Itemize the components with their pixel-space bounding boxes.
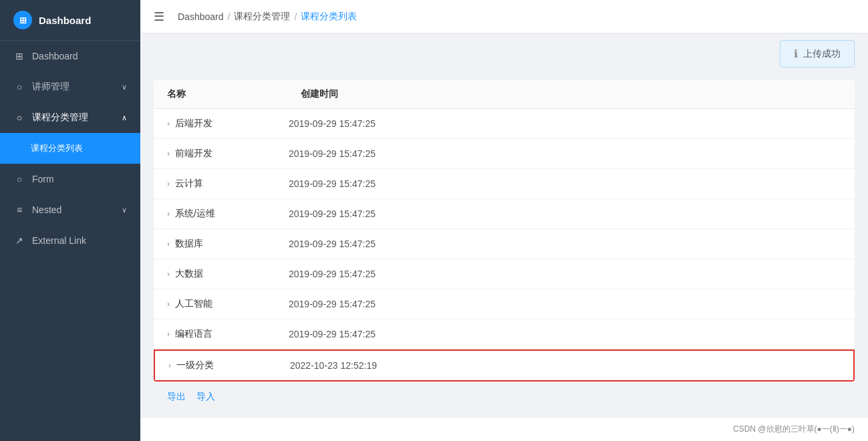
chevron-up-icon: ∧: [122, 114, 127, 122]
chevron-down-icon: ∨: [122, 83, 127, 92]
info-icon: ℹ: [794, 47, 798, 60]
dashboard-icon: ⊞: [13, 50, 25, 62]
breadcrumb-current: 课程分类列表: [301, 11, 357, 23]
table-header: 名称 创建时间: [154, 80, 855, 109]
table-row[interactable]: › 云计算 2019-09-29 15:47:25: [154, 169, 855, 199]
row-name-text: 一级分类: [176, 359, 214, 372]
table-row[interactable]: › 大数据 2019-09-29 15:47:25: [154, 259, 855, 289]
sidebar-item-form[interactable]: ○ Form: [0, 164, 140, 194]
main-content: ☰ Dashboard / 课程分类管理 / 课程分类列表 ℹ 上传成功 名称 …: [140, 0, 868, 441]
table-row[interactable]: › 前端开发 2019-09-29 15:47:25: [154, 139, 855, 169]
row-name-text: 人工智能: [175, 298, 212, 310]
topbar: ☰ Dashboard / 课程分类管理 / 课程分类列表: [140, 0, 868, 33]
row-date: 2019-09-29 15:47:25: [289, 178, 841, 189]
sidebar-item-label: 课程分类管理: [32, 112, 88, 124]
row-name-text: 后端开发: [175, 118, 212, 130]
breadcrumb-sep-2: /: [294, 11, 297, 22]
sidebar-sub-course-cat: 课程分类列表: [0, 133, 140, 164]
sidebar-item-course-cat-list[interactable]: 课程分类列表: [0, 133, 140, 164]
sidebar-item-teacher[interactable]: ○ 讲师管理 ∨: [0, 71, 140, 102]
row-name-text: 云计算: [175, 178, 203, 190]
sidebar-item-label: Dashboard: [32, 51, 78, 61]
sidebar-item-label: 课程分类列表: [31, 142, 83, 154]
col-header-name: 名称: [167, 88, 301, 100]
expand-icon[interactable]: ›: [168, 361, 171, 370]
expand-icon[interactable]: ›: [167, 149, 170, 158]
external-link-icon: ↗: [13, 235, 25, 247]
row-name: › 编程语言: [167, 328, 289, 340]
import-button[interactable]: 导入: [196, 391, 215, 403]
table-row[interactable]: › 后端开发 2019-09-29 15:47:25: [154, 109, 855, 139]
category-table: 名称 创建时间 › 后端开发 2019-09-29 15:47:25 › 前端开…: [154, 80, 855, 382]
row-name: › 大数据: [167, 268, 289, 280]
sidebar-item-label: Nested: [32, 204, 61, 215]
sidebar-logo-title: Dashboard: [39, 15, 91, 26]
course-cat-icon: ○: [13, 112, 25, 124]
row-date: 2019-09-29 15:47:25: [289, 118, 841, 129]
row-name-text: 前端开发: [175, 148, 212, 160]
sidebar-item-course-cat[interactable]: ○ 课程分类管理 ∧: [0, 102, 140, 133]
content-area: ℹ 上传成功 名称 创建时间 › 后端开发 2019-09-29 15:47:2…: [140, 33, 868, 417]
expand-icon[interactable]: ›: [167, 269, 170, 279]
row-date: 2022-10-23 12:52:19: [290, 360, 840, 371]
sidebar-item-label: External Link: [32, 235, 86, 246]
row-date: 2019-09-29 15:47:25: [289, 148, 841, 159]
sidebar: ⊞ Dashboard ⊞ Dashboard ○ 讲师管理 ∨ ○ 课程分类管…: [0, 0, 140, 441]
row-name-text: 编程语言: [175, 328, 212, 340]
sidebar-item-dashboard[interactable]: ⊞ Dashboard: [0, 41, 140, 71]
sidebar-item-label: Form: [32, 174, 54, 184]
row-name: › 系统/运维: [167, 208, 289, 220]
breadcrumb-home[interactable]: Dashboard: [178, 11, 224, 22]
expand-icon[interactable]: ›: [167, 299, 170, 309]
bottom-bar-text: CSDN @欣慰的三叶草(●一(Ⅱ)一●): [733, 424, 855, 435]
notification-message: 上传成功: [803, 48, 841, 60]
table-row-highlighted[interactable]: › 一级分类 2022-10-23 12:52:19: [154, 349, 855, 382]
nested-icon: ≡: [13, 204, 25, 216]
expand-icon[interactable]: ›: [167, 329, 170, 339]
breadcrumb: Dashboard / 课程分类管理 / 课程分类列表: [178, 11, 357, 23]
chevron-down-icon: ∨: [122, 206, 127, 214]
breadcrumb-sep-1: /: [228, 11, 231, 22]
teacher-icon: ○: [13, 81, 25, 93]
row-date: 2019-09-29 15:47:25: [289, 208, 841, 219]
row-date: 2019-09-29 15:47:25: [289, 239, 841, 249]
form-icon: ○: [13, 173, 25, 185]
row-name: › 后端开发: [167, 118, 289, 130]
expand-icon[interactable]: ›: [167, 209, 170, 218]
sidebar-item-nested[interactable]: ≡ Nested ∨: [0, 194, 140, 225]
row-name: › 云计算: [167, 178, 289, 190]
expand-icon[interactable]: ›: [167, 239, 170, 249]
row-name: › 人工智能: [167, 298, 289, 310]
row-name: › 前端开发: [167, 148, 289, 160]
expand-icon[interactable]: ›: [167, 119, 170, 128]
footer-actions: 导出 导入: [154, 382, 855, 407]
row-name-text: 系统/运维: [175, 208, 215, 220]
table-row[interactable]: › 编程语言 2019-09-29 15:47:25: [154, 319, 855, 349]
row-name: › 一级分类: [168, 359, 290, 372]
menu-toggle-button[interactable]: ☰: [154, 9, 164, 24]
row-date: 2019-09-29 15:47:25: [289, 329, 841, 339]
sidebar-item-external[interactable]: ↗ External Link: [0, 225, 140, 256]
col-header-date: 创建时间: [301, 88, 841, 100]
row-name-text: 大数据: [175, 268, 203, 280]
row-date: 2019-09-29 15:47:25: [289, 299, 841, 309]
table-row[interactable]: › 人工智能 2019-09-29 15:47:25: [154, 289, 855, 319]
sidebar-item-label: 讲师管理: [32, 81, 69, 93]
row-name-text: 数据库: [175, 238, 203, 250]
row-name: › 数据库: [167, 238, 289, 250]
table-row[interactable]: › 系统/运维 2019-09-29 15:47:25: [154, 199, 855, 229]
table-row[interactable]: › 数据库 2019-09-29 15:47:25: [154, 229, 855, 259]
logo-icon: ⊞: [13, 11, 32, 29]
export-button[interactable]: 导出: [167, 391, 186, 403]
row-date: 2019-09-29 15:47:25: [289, 269, 841, 279]
notification-banner: ℹ 上传成功: [780, 40, 855, 67]
expand-icon[interactable]: ›: [167, 179, 170, 188]
breadcrumb-parent[interactable]: 课程分类管理: [234, 11, 290, 23]
bottom-bar: CSDN @欣慰的三叶草(●一(Ⅱ)一●): [140, 417, 868, 441]
sidebar-logo: ⊞ Dashboard: [0, 0, 140, 41]
